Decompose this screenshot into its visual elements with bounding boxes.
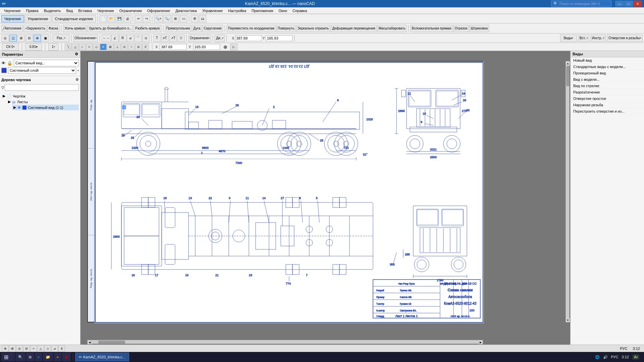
- menu-item-vstavka[interactable]: Вставка: [75, 8, 95, 13]
- vertical-scrollbar[interactable]: ▲ ▼: [566, 61, 570, 322]
- tree-item-sheets[interactable]: ▶ 🗂 Листы: [7, 99, 79, 105]
- rebuild-holes-button[interactable]: Перестроить отверстия и из...: [571, 108, 644, 115]
- toolbar-tab-chertenie[interactable]: Черчение: [1, 15, 24, 22]
- menu-item-ogranicheniya[interactable]: Ограничения: [117, 8, 145, 13]
- maximize-button[interactable]: □: [624, 1, 633, 7]
- leader-button[interactable]: ↗T: [169, 35, 177, 42]
- insert-dropdown[interactable]: Вст.. ▾: [578, 35, 589, 42]
- taskbar-app1[interactable]: ●: [54, 353, 61, 361]
- snap-grid-button[interactable]: ⊟: [25, 35, 33, 42]
- views-dropdown[interactable]: Виды ▾: [560, 35, 577, 42]
- active-window-button[interactable]: ✏ KamAZ_6520_khimka.c...: [75, 353, 129, 361]
- status-snap-1[interactable]: ⊕: [2, 345, 9, 352]
- taskbar-app2[interactable]: ◉: [62, 353, 71, 361]
- open-file-button[interactable]: 📂: [108, 15, 115, 22]
- menu-item-spravka[interactable]: Справка: [290, 8, 310, 13]
- ortho-button[interactable]: ◫: [9, 35, 17, 42]
- section-view-button[interactable]: Разрез/сечение: [571, 89, 644, 96]
- new-view-button[interactable]: Новый вид: [571, 57, 644, 64]
- snap-quad[interactable]: ◇: [93, 44, 100, 50]
- menu-item-oformlenie[interactable]: Оформление: [145, 8, 173, 13]
- taskbar-search[interactable]: 🔍: [15, 353, 25, 361]
- mirror-button[interactable]: Зеркально отразить: [296, 25, 330, 32]
- layers-button[interactable]: 🗂: [199, 15, 206, 22]
- coord-y-input2[interactable]: [193, 44, 220, 50]
- menu-item-nastroika[interactable]: Настройка: [225, 8, 249, 13]
- status-snap-3[interactable]: ◎: [16, 345, 23, 352]
- tree-item-system-view[interactable]: ▶ 👁 Системный вид (1:1): [12, 105, 79, 110]
- coord-y-input[interactable]: [266, 35, 292, 41]
- tree-filter-input[interactable]: [5, 84, 79, 91]
- taskbar-ie[interactable]: e: [35, 353, 42, 361]
- search-box[interactable]: 🔍 Поиск по командам (Alt+/): [551, 1, 611, 7]
- snap-node[interactable]: ×: [86, 44, 93, 50]
- trim-button[interactable]: Усечь кривую: [63, 25, 87, 32]
- hatch-button[interactable]: Штриховка: [469, 25, 489, 32]
- snap-midpoint[interactable]: △: [72, 44, 78, 50]
- coord-x-input2[interactable]: [160, 44, 186, 50]
- model-view-button[interactable]: Вид с модели...: [571, 76, 644, 83]
- aux-line-button[interactable]: Вспомогательная прямая: [410, 25, 452, 32]
- menu-item-chertenie[interactable]: Черчение: [1, 8, 23, 13]
- cursor-mode-button[interactable]: ▷: [230, 44, 237, 50]
- status-snap-9[interactable]: ⊻: [58, 345, 65, 352]
- status-snap-6[interactable]: △: [37, 345, 44, 352]
- simple-hole-button[interactable]: Отверстие простое: [571, 96, 644, 102]
- scroll-up-button[interactable]: ▲: [566, 61, 570, 65]
- menu-item-prilojeniya[interactable]: Приложения: [249, 8, 276, 13]
- snap-intersect[interactable]: ✕: [100, 44, 107, 50]
- menu-item-chertenie2[interactable]: Черчение: [95, 8, 117, 13]
- scroll-thumb[interactable]: [566, 66, 570, 86]
- deform-button[interactable]: Деформация перемещения: [331, 25, 376, 32]
- dim-coord-button[interactable]: ⊙: [142, 35, 150, 42]
- arc-button[interactable]: Дуга: [192, 25, 202, 32]
- auto-line-button[interactable]: ╱ Автолиния: [1, 25, 23, 32]
- toolbar-tab-standartnye[interactable]: Стандартные изделия: [52, 15, 96, 22]
- close-button[interactable]: ✕: [633, 1, 642, 7]
- dim-diameter-button[interactable]: ⌀: [127, 35, 134, 42]
- oboznachenie-dropdown[interactable]: Обозначения ▾: [73, 35, 98, 42]
- projection-view-button[interactable]: Проекционный вид: [571, 70, 644, 76]
- snap-apparent[interactable]: ⊘: [135, 44, 142, 50]
- start-button[interactable]: ⊞: [1, 353, 15, 361]
- taskbar-sound[interactable]: 🔊: [603, 355, 608, 359]
- properties-button[interactable]: ⚙: [191, 15, 198, 22]
- taskbar-network[interactable]: 🌐: [595, 355, 600, 359]
- tree-item-drawing[interactable]: ▶ 📄 Чертёж: [1, 93, 79, 99]
- scroll-right-button[interactable]: ▶: [479, 340, 483, 344]
- panel-settings-icon[interactable]: ⚙: [75, 52, 78, 56]
- dynamic-input-button[interactable]: ⊕: [34, 35, 41, 42]
- rect-button[interactable]: Прямоугольник: [165, 25, 192, 32]
- redo-button[interactable]: ↪: [143, 15, 150, 22]
- arrow-view-button[interactable]: Вид по стрелке: [571, 83, 644, 89]
- taskbar-taskview[interactable]: ⧉: [26, 353, 34, 361]
- status-snap-4[interactable]: ⊟: [23, 345, 30, 352]
- rotate-button[interactable]: Повернуть: [276, 25, 296, 32]
- new-file-button[interactable]: 📄: [100, 15, 107, 22]
- quick-props-button[interactable]: ▣: [42, 35, 49, 42]
- status-snap-8[interactable]: ⊿: [51, 345, 58, 352]
- snap-value-dropdown[interactable]: 1 ▾: [48, 43, 58, 51]
- fillet-button[interactable]: Скругление: [202, 25, 223, 32]
- text-button[interactable]: T: [153, 35, 161, 42]
- menu-item-diagnostika[interactable]: Диагностика: [173, 8, 200, 13]
- undo-button[interactable]: ↩: [135, 15, 142, 22]
- menu-item-upravlenie[interactable]: Управление: [200, 8, 225, 13]
- dim-arc-button[interactable]: ⌒: [135, 35, 142, 42]
- dim-linear-button[interactable]: ←→: [102, 35, 111, 42]
- taskbar-folder[interactable]: 📁: [43, 353, 53, 361]
- print-button[interactable]: 🖨: [124, 15, 131, 22]
- grid-button[interactable]: ⊞: [17, 35, 25, 42]
- di-dropdown[interactable]: Ди.. ▾: [215, 35, 225, 42]
- standard-views-button[interactable]: Стандартные виды с модели...: [571, 64, 644, 70]
- scroll-hthumb[interactable]: [98, 341, 125, 344]
- layer-select[interactable]: Системный слой: [8, 67, 76, 74]
- menu-item-vid[interactable]: Вид: [63, 8, 75, 13]
- zoom-window-button[interactable]: ▭: [180, 15, 187, 22]
- chamfer-button[interactable]: Фаска: [47, 25, 59, 32]
- horizontal-scrollbar[interactable]: ◀ ▶: [87, 340, 483, 344]
- offset-button[interactable]: Отрезок: [453, 25, 469, 32]
- zoom-fit-button[interactable]: ⊞: [172, 15, 179, 22]
- roughness-button[interactable]: ▽: [177, 35, 185, 42]
- circle-button[interactable]: ○ Окружность: [23, 25, 47, 32]
